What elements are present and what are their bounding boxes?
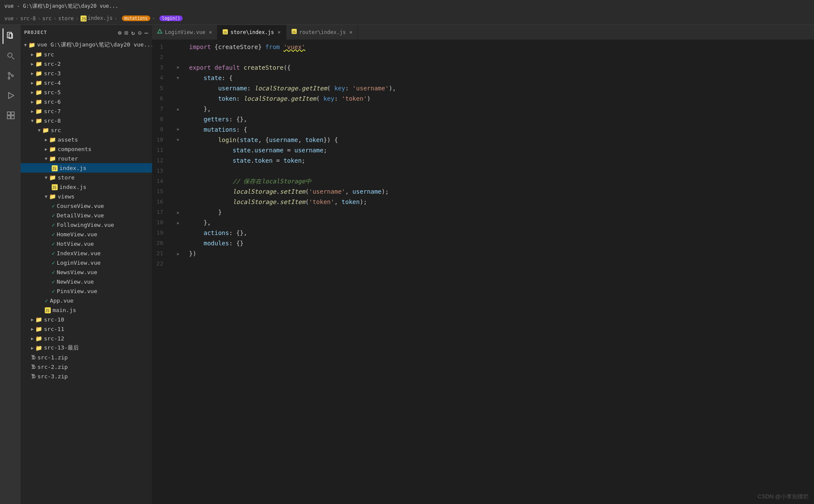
sidebar-item-newview[interactable]: ✓ NewView.vue <box>21 277 152 286</box>
svg-point-4 <box>8 53 12 57</box>
sidebar-item-appvue[interactable]: ✓ App.vue <box>21 296 152 305</box>
src8-label: src-8 <box>44 117 61 124</box>
sidebar-item-src-10[interactable]: ▶ 📁 src-10 <box>21 315 152 324</box>
sidebar-item-components[interactable]: ▶ 📁 components <box>21 144 152 154</box>
code-line-20: modules: {} <box>189 238 814 248</box>
sidebar-item-src8-src[interactable]: ▼ 📁 src <box>21 125 152 135</box>
sidebar-item-router-index[interactable]: JS index.js <box>21 163 152 173</box>
sidebar-item-loginview[interactable]: ✓ LoginView.vue <box>21 258 152 267</box>
sidebar-item-src-2[interactable]: ▶ 📁 src-2 <box>21 59 152 68</box>
indexview-label: IndexView.vue <box>57 250 101 257</box>
gutter-9[interactable]: ▼ <box>174 124 182 135</box>
sidebar-item-src-3[interactable]: ▶ 📁 src-3 <box>21 68 152 78</box>
svg-text:JS: JS <box>292 31 295 34</box>
sidebar-item-indexview[interactable]: ✓ IndexView.vue <box>21 248 152 258</box>
refresh-icon[interactable]: ↻ <box>131 29 135 36</box>
svg-text:JS: JS <box>52 186 56 190</box>
sidebar-item-src-13[interactable]: ▶ 📁 src-13-最后 <box>21 343 152 352</box>
gutter-7[interactable]: ▲ <box>174 104 182 114</box>
sidebar-item-newsview[interactable]: ✓ NewsView.vue <box>21 267 152 277</box>
sidebar-item-src2-zip[interactable]: 🗜 src-2.zip <box>21 362 152 371</box>
breadcrumb-store[interactable]: store <box>58 15 74 22</box>
sidebar-item-src-12[interactable]: ▶ 📁 src-12 <box>21 334 152 343</box>
sidebar-item-src-5[interactable]: ▶ 📁 src-5 <box>21 87 152 97</box>
new-folder-icon[interactable]: ⊞ <box>124 29 128 36</box>
sidebar-item-src[interactable]: ▶ 📁 src <box>21 49 152 59</box>
gutter-3[interactable]: ▼ <box>174 62 182 73</box>
line-number-11: 11 <box>152 145 168 155</box>
activity-bar <box>0 25 21 504</box>
src8-src-folder-icon: 📁 <box>42 127 49 133</box>
collapse-icon[interactable]: — <box>145 29 149 36</box>
tab-storeindex-label: store\index.js <box>230 29 274 35</box>
sidebar-item-src-6[interactable]: ▶ 📁 src-6 <box>21 97 152 106</box>
src8-folder-icon: 📁 <box>35 117 42 124</box>
line-number-4: 4 <box>152 73 168 83</box>
activity-git-icon[interactable] <box>3 68 18 83</box>
sidebar-item-src-7[interactable]: ▶ 📁 src-7 <box>21 106 152 116</box>
src12-folder-icon: 📁 <box>35 335 42 342</box>
line-number-18: 18 <box>152 217 168 228</box>
sidebar-item-src-4[interactable]: ▶ 📁 src-4 <box>21 78 152 87</box>
store-index-icon: JS <box>52 183 58 190</box>
mutations-badge[interactable]: mutations <box>122 15 150 21</box>
activity-debug-icon[interactable] <box>3 88 18 103</box>
line-number-13: 13 <box>152 166 168 176</box>
sidebar-item-src-11[interactable]: ▶ 📁 src-11 <box>21 324 152 334</box>
tab-storeindex[interactable]: JS store\index.js × <box>217 25 286 40</box>
breadcrumb-vue[interactable]: vue <box>4 15 14 22</box>
sidebar-item-homeview[interactable]: ✓ HomeView.vue <box>21 229 152 239</box>
activity-files-icon[interactable] <box>3 28 18 44</box>
settings-icon[interactable]: ⚙ <box>138 29 142 36</box>
sidebar-item-followingview[interactable]: ✓ FollowingView.vue <box>21 220 152 229</box>
sidebar-item-pinsview[interactable]: ✓ PinsView.vue <box>21 286 152 296</box>
gutter-21[interactable]: ▲ <box>174 248 182 259</box>
activity-search-icon[interactable] <box>3 48 18 64</box>
sidebar-item-assets[interactable]: ▶ 📁 assets <box>21 135 152 144</box>
gutter-17[interactable]: ▲ <box>174 207 182 217</box>
svg-text:JS: JS <box>223 31 227 34</box>
breadcrumb-src8[interactable]: src-8 <box>20 15 36 22</box>
tab-loginview-close[interactable]: × <box>209 29 212 35</box>
sidebar-item-courseview[interactable]: ✓ CourseView.vue <box>21 201 152 210</box>
code-line-22 <box>189 259 814 269</box>
sidebar-item-detailview[interactable]: ✓ DetailView.vue <box>21 210 152 220</box>
gutter: ▼▼▲▼▼▲▲▲ <box>174 40 182 504</box>
sep1: › <box>16 15 19 22</box>
gutter-18[interactable]: ▲ <box>174 217 182 228</box>
tree-root[interactable]: ▼ 📁 vue G:\课程\Django\笔记\day20 vue... <box>21 40 152 49</box>
tabs-bar: LoginView.vue × JS store\index.js × JS r… <box>152 25 814 40</box>
sidebar-item-src-8[interactable]: ▼ 📁 src-8 <box>21 116 152 125</box>
src10-folder-icon: 📁 <box>35 316 42 323</box>
tab-routerindex[interactable]: JS router\index.js × <box>286 25 358 40</box>
src12-arrow: ▶ <box>31 336 34 341</box>
breadcrumb-indexjs[interactable]: JSindex.js <box>81 15 113 22</box>
breadcrumb-src[interactable]: src <box>42 15 52 22</box>
sidebar-item-store-index[interactable]: JS index.js <box>21 182 152 192</box>
gutter-4[interactable]: ▼ <box>174 73 182 83</box>
src3-zip-icon: 🗜 <box>31 374 36 379</box>
line-numbers: 12345678910111213141516171819202122 <box>152 40 174 504</box>
sidebar-item-src1-zip[interactable]: 🗜 src-1.zip <box>21 352 152 362</box>
code-line-19: actions: {}, <box>189 228 814 238</box>
sep6: › <box>152 15 155 22</box>
src8-arrow: ▼ <box>31 118 34 123</box>
new-file-icon[interactable]: ⊕ <box>118 29 122 36</box>
appvue-icon: ✓ <box>45 297 48 304</box>
sidebar-item-src3-zip[interactable]: 🗜 src-3.zip <box>21 371 152 381</box>
tab-storeindex-close[interactable]: × <box>277 29 280 35</box>
code-editor[interactable]: 12345678910111213141516171819202122 ▼▼▲▼… <box>152 40 814 504</box>
gutter-10[interactable]: ▼ <box>174 135 182 145</box>
sidebar-item-router[interactable]: ▼ 📁 router <box>21 154 152 163</box>
tab-routerindex-close[interactable]: × <box>349 29 352 35</box>
sidebar-item-mainjs[interactable]: JS main.js <box>21 305 152 315</box>
gutter-6 <box>174 93 182 104</box>
activity-extensions-icon[interactable] <box>3 108 18 123</box>
sidebar-item-hotview[interactable]: ✓ HotView.vue <box>21 239 152 248</box>
tab-loginview[interactable]: LoginView.vue × <box>152 25 217 40</box>
sidebar-item-views[interactable]: ▼ 📁 views <box>21 192 152 201</box>
sidebar-tree: ▼ 📁 vue G:\课程\Django\笔记\day20 vue... ▶ 📁… <box>21 40 152 504</box>
login-badge[interactable]: login() <box>159 15 183 21</box>
sidebar-item-store[interactable]: ▼ 📁 store <box>21 173 152 182</box>
code-content[interactable]: import {createStore} from 'vuex' export … <box>182 40 814 504</box>
